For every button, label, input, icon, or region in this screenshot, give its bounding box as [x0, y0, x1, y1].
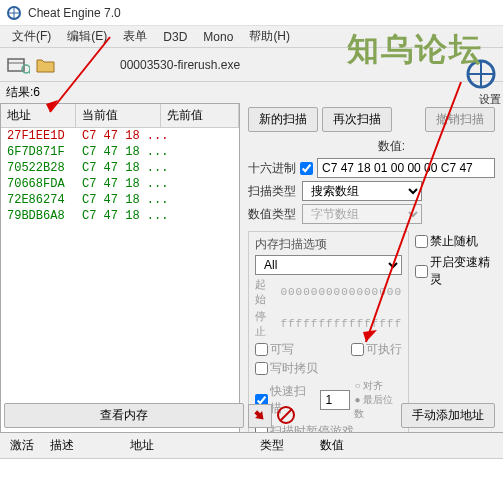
value-type-label: 数值类型 — [248, 206, 298, 223]
col-current[interactable]: 当前值 — [76, 104, 161, 127]
col-type[interactable]: 类型 — [254, 435, 314, 456]
mem-scope-select[interactable]: All — [255, 255, 402, 275]
hex-checkbox[interactable] — [300, 162, 313, 175]
start-label: 起始 — [255, 277, 276, 307]
value-input[interactable] — [317, 158, 495, 178]
fast-scan-value[interactable] — [320, 390, 350, 410]
settings-label[interactable]: 设置 — [479, 92, 501, 107]
col-previous[interactable]: 先前值 — [161, 104, 239, 127]
stop-label: 停止 — [255, 309, 276, 339]
svg-line-6 — [29, 72, 30, 74]
col-value2[interactable]: 数值 — [314, 435, 350, 456]
speedhack-checkbox[interactable] — [415, 265, 428, 278]
open-process-button[interactable] — [4, 51, 32, 79]
cow-checkbox[interactable] — [255, 362, 268, 375]
table-row[interactable]: 70522B28C7 47 18 ... — [1, 160, 239, 176]
start-value[interactable]: 0000000000000000 — [280, 286, 402, 298]
table-row[interactable]: 70668FDAC7 47 18 ... — [1, 176, 239, 192]
process-name: 00003530-firerush.exe — [120, 58, 240, 72]
table-row[interactable]: 79BDB6A8C7 47 18 ... — [1, 208, 239, 224]
menu-help[interactable]: 帮助(H) — [241, 26, 298, 47]
scan-type-select[interactable]: 搜索数组 — [302, 181, 422, 201]
menu-d3d[interactable]: D3D — [155, 28, 195, 46]
value-type-select[interactable]: 字节数组 — [302, 204, 422, 224]
ce-logo-icon[interactable] — [465, 58, 497, 90]
next-scan-button[interactable]: 再次扫描 — [322, 107, 392, 132]
new-scan-button[interactable]: 新的扫描 — [248, 107, 318, 132]
menu-table[interactable]: 表单 — [115, 26, 155, 47]
writable-checkbox[interactable] — [255, 343, 268, 356]
table-row[interactable]: 72E86274C7 47 18 ... — [1, 192, 239, 208]
app-icon — [6, 5, 22, 21]
open-file-button[interactable] — [32, 51, 60, 79]
results-table: 地址 当前值 先前值 27F1EE1DC7 47 18 ...6F7D871FC… — [0, 103, 240, 433]
menu-edit[interactable]: 编辑(E) — [59, 26, 115, 47]
add-address-button[interactable]: 手动添加地址 — [401, 403, 495, 428]
svg-line-11 — [280, 409, 292, 421]
menu-file[interactable]: 文件(F) — [4, 26, 59, 47]
executable-checkbox[interactable] — [351, 343, 364, 356]
window-title: Cheat Engine 7.0 — [28, 6, 121, 20]
no-random-checkbox[interactable] — [415, 235, 428, 248]
menu-mono[interactable]: Mono — [195, 28, 241, 46]
table-row[interactable]: 6F7D871FC7 47 18 ... — [1, 144, 239, 160]
col-address[interactable]: 地址 — [1, 104, 76, 127]
view-memory-button[interactable]: 查看内存 — [4, 403, 244, 428]
svg-point-5 — [22, 65, 30, 73]
hex-label: 十六进制 — [248, 160, 296, 177]
value-label: 数值: — [378, 139, 405, 153]
result-count: 结果:6 — [0, 82, 503, 103]
scan-type-label: 扫描类型 — [248, 183, 298, 200]
table-row[interactable]: 27F1EE1DC7 47 18 ... — [1, 128, 239, 144]
menu-bar: 文件(F) 编辑(E) 表单 D3D Mono 帮助(H) — [0, 26, 503, 48]
col-addr2[interactable]: 地址 — [124, 435, 254, 456]
no-entry-icon[interactable] — [276, 405, 298, 427]
col-desc[interactable]: 描述 — [44, 435, 124, 456]
mem-options-title: 内存扫描选项 — [255, 236, 402, 253]
undo-scan-button[interactable]: 撤销扫描 — [425, 107, 495, 132]
stop-value[interactable]: ffffffffffffffff — [280, 318, 402, 330]
add-to-list-button[interactable] — [248, 404, 272, 428]
col-active[interactable]: 激活 — [4, 435, 44, 456]
